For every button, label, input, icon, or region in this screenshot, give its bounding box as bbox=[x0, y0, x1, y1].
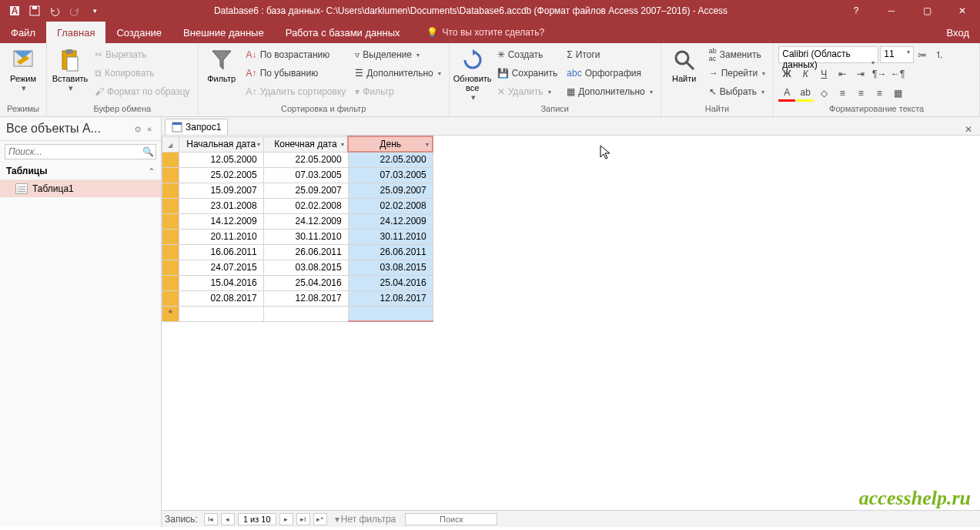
recnav-nofilter[interactable]: ▾Нет фильтра bbox=[335, 514, 396, 525]
toggle-filter-button[interactable]: ▾Фильтр bbox=[352, 83, 443, 100]
row-selector[interactable] bbox=[162, 183, 179, 198]
ltr-icon[interactable]: ¶→ bbox=[871, 65, 888, 82]
indent-decrease-icon[interactable]: ⇤ bbox=[834, 65, 851, 82]
grid-cell[interactable]: 02.02.2008 bbox=[263, 198, 348, 213]
grid-cell[interactable]: 15.09.2007 bbox=[179, 183, 263, 198]
replace-button[interactable]: abacЗаменить bbox=[706, 46, 769, 63]
row-selector[interactable] bbox=[162, 244, 179, 260]
numbering-icon[interactable]: ⒈ bbox=[931, 46, 948, 63]
grid-cell[interactable] bbox=[348, 306, 433, 321]
grid-cell[interactable]: 24.12.2009 bbox=[263, 213, 348, 229]
tab-database-tools[interactable]: Работа с базами данных bbox=[275, 22, 411, 43]
highlight-button[interactable]: ab bbox=[797, 85, 814, 102]
grid-cell[interactable] bbox=[263, 306, 348, 321]
more-records-button[interactable]: ▦Дополнительно▾ bbox=[564, 83, 655, 100]
grid-cell[interactable]: 26.06.2011 bbox=[348, 244, 433, 260]
grid-cell[interactable]: 22.05.2000 bbox=[263, 152, 348, 167]
tell-me[interactable]: 💡Что вы хотите сделать? bbox=[411, 22, 545, 43]
qat-redo-icon[interactable] bbox=[66, 2, 83, 19]
format-painter-button[interactable]: 🖌Формат по образцу bbox=[92, 83, 193, 100]
grid-cell[interactable]: 20.11.2010 bbox=[179, 229, 263, 244]
tab-file[interactable]: Файл bbox=[0, 22, 46, 43]
grid-cell[interactable]: 12.08.2017 bbox=[348, 290, 433, 306]
align-center-icon[interactable]: ≡ bbox=[852, 85, 869, 102]
row-selector[interactable] bbox=[162, 167, 179, 183]
cut-button[interactable]: ✂Вырезать bbox=[92, 46, 193, 63]
nav-item-table1[interactable]: Таблица1 bbox=[0, 180, 161, 197]
close-button[interactable]: ✕ bbox=[945, 0, 980, 22]
column-header[interactable]: Конечная дата▾ bbox=[263, 136, 348, 152]
sort-asc-button[interactable]: A↓По возрастанию bbox=[243, 46, 350, 63]
font-size-select[interactable]: 11 ▾ bbox=[880, 46, 914, 63]
column-header[interactable]: День▾ bbox=[348, 136, 433, 152]
row-selector[interactable] bbox=[162, 275, 179, 290]
row-selector[interactable] bbox=[162, 213, 179, 229]
close-tab-icon[interactable]: ✕ bbox=[957, 124, 980, 135]
recnav-search[interactable] bbox=[405, 513, 497, 525]
spelling-button[interactable]: abcОрфография bbox=[564, 65, 655, 82]
bold-button[interactable]: Ж bbox=[778, 65, 795, 82]
align-right-icon[interactable]: ≡ bbox=[871, 85, 888, 102]
tab-external-data[interactable]: Внешние данные bbox=[172, 22, 275, 43]
clear-sort-button[interactable]: A↕Удалить сортировку bbox=[243, 83, 350, 100]
find-button[interactable]: Найти bbox=[666, 46, 703, 83]
grid-cell[interactable]: 22.05.2000 bbox=[348, 152, 433, 167]
goto-button[interactable]: →Перейти▾ bbox=[706, 65, 769, 82]
select-button[interactable]: ↖Выбрать▾ bbox=[706, 83, 769, 100]
recnav-prev[interactable]: ◂ bbox=[221, 513, 235, 525]
sign-in[interactable]: Вход bbox=[936, 22, 980, 43]
sort-desc-button[interactable]: A↑По убыванию bbox=[243, 65, 350, 82]
paste-button[interactable]: Вставить▾ bbox=[52, 46, 89, 92]
column-header[interactable]: Начальная дата▾ bbox=[179, 136, 263, 152]
row-selector[interactable] bbox=[162, 290, 179, 306]
totals-button[interactable]: ΣИтоги bbox=[564, 46, 655, 63]
filter-button[interactable]: Фильтр bbox=[203, 46, 240, 83]
view-mode-button[interactable]: Режим▾ bbox=[5, 46, 42, 92]
grid-cell[interactable]: 25.04.2016 bbox=[348, 275, 433, 290]
datasheet-grid[interactable]: ◢Начальная дата▾Конечная дата▾День▾12.05… bbox=[162, 136, 980, 510]
nav-search-input[interactable] bbox=[5, 145, 140, 159]
grid-cell[interactable]: 24.12.2009 bbox=[348, 213, 433, 229]
row-selector[interactable] bbox=[162, 260, 179, 275]
recnav-next[interactable]: ▸ bbox=[279, 513, 293, 525]
gridlines-icon[interactable]: ▦ bbox=[889, 85, 906, 102]
row-selector[interactable] bbox=[162, 229, 179, 244]
grid-cell[interactable] bbox=[179, 306, 263, 321]
grid-cell[interactable]: 25.02.2005 bbox=[179, 167, 263, 183]
italic-button[interactable]: К bbox=[797, 65, 814, 82]
copy-button[interactable]: ⧉Копировать bbox=[92, 65, 193, 82]
nav-dropdown-icon[interactable]: ⊙ bbox=[132, 125, 144, 133]
recnav-new[interactable]: ▸* bbox=[313, 513, 327, 525]
save-record-button[interactable]: 💾Сохранить bbox=[494, 65, 561, 82]
grid-cell[interactable]: 26.06.2011 bbox=[263, 244, 348, 260]
qat-save-icon[interactable] bbox=[26, 2, 43, 19]
nav-search[interactable]: 🔍 bbox=[5, 144, 156, 159]
maximize-button[interactable]: ▢ bbox=[909, 0, 945, 22]
align-left-icon[interactable]: ≡ bbox=[834, 85, 851, 102]
fill-color-button[interactable]: ◇ bbox=[815, 85, 832, 102]
bullets-icon[interactable]: ≔ bbox=[914, 46, 931, 63]
row-selector[interactable] bbox=[162, 152, 179, 167]
grid-cell[interactable]: 07.03.2005 bbox=[348, 167, 433, 183]
grid-cell[interactable]: 12.05.2000 bbox=[179, 152, 263, 167]
nav-collapse-icon[interactable]: « bbox=[144, 125, 155, 133]
qat-customize-icon[interactable]: ▾ bbox=[86, 2, 103, 19]
nav-group-tables[interactable]: Таблицы⌃ bbox=[0, 163, 161, 180]
grid-cell[interactable]: 30.11.2010 bbox=[263, 229, 348, 244]
recnav-position[interactable] bbox=[238, 513, 276, 525]
grid-cell[interactable]: 12.08.2017 bbox=[263, 290, 348, 306]
grid-cell[interactable]: 14.12.2009 bbox=[179, 213, 263, 229]
grid-cell[interactable]: 03.08.2015 bbox=[348, 260, 433, 275]
grid-cell[interactable]: 07.03.2005 bbox=[263, 167, 348, 183]
grid-cell[interactable]: 15.04.2016 bbox=[179, 275, 263, 290]
delete-record-button[interactable]: ✕Удалить▾ bbox=[494, 83, 561, 100]
grid-cell[interactable]: 02.02.2008 bbox=[348, 198, 433, 213]
grid-cell[interactable]: 03.08.2015 bbox=[263, 260, 348, 275]
recnav-last[interactable]: ▸I bbox=[296, 513, 310, 525]
grid-cell[interactable]: 23.01.2008 bbox=[179, 198, 263, 213]
grid-cell[interactable]: 16.06.2011 bbox=[179, 244, 263, 260]
underline-button[interactable]: Ч bbox=[815, 65, 832, 82]
qat-undo-icon[interactable] bbox=[46, 2, 63, 19]
new-record-button[interactable]: ✳Создать bbox=[494, 46, 561, 63]
refresh-all-button[interactable]: Обновить все▾ bbox=[454, 46, 491, 102]
